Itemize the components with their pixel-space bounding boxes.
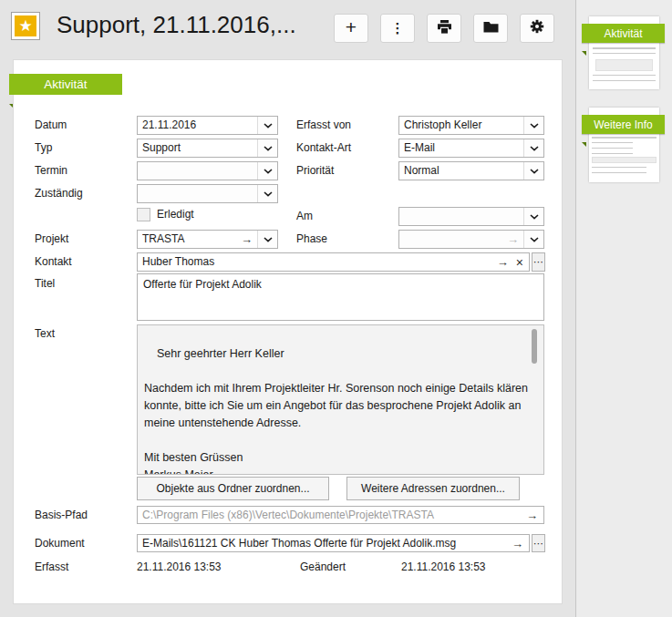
banner-fold [9,95,13,98]
chevron-down-icon[interactable] [523,117,543,134]
datum-label: Datum [35,116,67,135]
chevron-down-icon[interactable] [257,117,277,134]
dokument-value: E-Mails\161121 CK Huber Thomas Offerte f… [142,537,456,550]
navigate-arrow-icon[interactable]: → [241,233,253,245]
app-icon-box: ★ [11,12,40,40]
documents-button[interactable] [473,14,508,43]
basis-pfad-field[interactable]: C:\Program Files (x86)\Vertec\Dokumente\… [137,506,544,524]
navigate-arrow-icon[interactable]: → [512,538,523,550]
add-button[interactable]: + [334,14,368,43]
typ-label: Typ [35,139,52,158]
more-menu-button[interactable]: ⋮ [380,14,415,43]
text-label: Text [35,324,55,344]
zustaendig-combobox[interactable] [137,184,278,203]
navigate-arrow-icon[interactable]: → [526,509,538,521]
printer-icon [437,20,452,37]
chevron-down-icon[interactable] [257,185,277,202]
kebab-menu-icon: ⋮ [391,20,405,36]
thumbnail-content [592,137,656,139]
thumbnail-aktivitaet-banner[interactable]: Aktivität [582,24,665,43]
basis-pfad-label: Basis-Pfad [35,506,88,525]
window-title: Support, 21.11.2016,... [57,11,296,39]
termin-label: Termin [35,161,67,180]
chevron-down-icon[interactable] [523,208,543,225]
phase-combobox[interactable]: → [398,230,544,249]
prioritaet-value: Normal [404,162,522,180]
erfasst-von-combobox[interactable]: Christoph Keller [398,116,544,135]
objekte-zuordnen-label: Objekte aus Ordner zuordnen... [156,482,309,495]
adressen-zuordnen-label: Weitere Adressen zuordnen... [361,482,505,495]
kontakt-browse-button[interactable]: ⋯ [532,252,545,272]
chevron-down-icon[interactable] [523,231,543,248]
prioritaet-combobox[interactable]: Normal [398,161,544,180]
prioritaet-label: Priorität [296,161,334,180]
erfasst-label: Erfasst [35,560,68,573]
chevron-down-icon[interactable] [523,139,543,157]
dokument-label: Dokument [35,534,85,553]
banner-fold [582,134,586,150]
thumbnail-aktivitaet-label: Aktivität [604,27,642,40]
text-field[interactable]: Sehr geehrter Herr Keller Nachdem ich mi… [137,324,544,475]
tab-aktivitaet[interactable]: Aktivität [9,74,122,95]
gear-icon [530,19,544,37]
datum-value: 21.11.2016 [142,117,255,134]
banner-fold [582,43,586,59]
erledigt-label: Erledigt [157,205,194,224]
navigate-arrow-icon-disabled: → [507,233,519,245]
page-thumbnail-sidebar: Aktivität Weitere Info [575,0,672,617]
geaendert-label: Geändert [300,560,346,573]
dokument-field[interactable]: E-Mails\161121 CK Huber Thomas Offerte f… [137,534,530,552]
erfasst-von-value: Christoph Keller [404,117,522,134]
kontakt-field[interactable]: Huber Thomas → × [137,252,530,272]
am-combobox[interactable] [398,207,544,226]
chevron-down-icon[interactable] [257,139,277,157]
zustaendig-label: Zuständig [35,184,83,203]
kontakt-label: Kontakt [35,252,72,272]
folder-icon [483,20,499,36]
am-label: Am [296,207,313,226]
adressen-zuordnen-button[interactable]: Weitere Adressen zuordnen... [346,477,520,500]
erfasst-von-label: Erfasst von [296,116,351,135]
titel-label: Titel [35,274,55,293]
star-icon: ★ [15,15,36,36]
kontakt-art-combobox[interactable]: E-Mail [398,139,544,158]
titel-field[interactable]: Offerte für Projekt Adolik [137,273,544,321]
kontakt-art-value: E-Mail [404,139,522,157]
thumbnail-weitere-info-banner[interactable]: Weitere Info [582,115,665,134]
erledigt-checkbox[interactable] [137,208,150,221]
navigate-arrow-icon[interactable]: → [497,256,509,268]
phase-label: Phase [296,230,327,249]
geaendert-value: 21.11.2016 13:53 [401,560,486,573]
projekt-label: Projekt [35,230,68,249]
kontakt-art-label: Kontakt-Art [296,139,351,158]
basis-pfad-value: C:\Program Files (x86)\Vertec\Dokumente\… [142,509,434,521]
erfasst-value: 21.11.2016 13:53 [137,560,222,573]
titel-value: Offerte für Projekt Adolik [143,278,262,291]
vertec-activity-window: ★ Support, 21.11.2016,... + ⋮ [0,0,672,617]
projekt-value: TRASTA [142,231,255,248]
chevron-down-icon[interactable] [257,162,277,180]
clear-icon[interactable]: × [516,256,523,269]
chevron-down-icon[interactable] [257,231,277,248]
text-scrollbar[interactable] [532,329,537,364]
dokument-browse-button[interactable]: ⋯ [532,534,545,552]
print-button[interactable] [427,14,461,43]
thumbnail-content [593,47,656,57]
objekte-zuordnen-button[interactable]: Objekte aus Ordner zuordnen... [137,477,329,500]
text-value: Sehr geehrter Herr Keller Nachdem ich mi… [144,347,532,475]
typ-value: Support [142,139,255,157]
plus-icon: + [346,16,357,38]
thumbnail-content [592,142,633,155]
typ-combobox[interactable]: Support [137,139,278,158]
thumbnail-content [592,157,656,163]
datum-combobox[interactable]: 21.11.2016 [137,116,278,135]
kontakt-value: Huber Thomas [142,255,214,268]
ellipsis-icon: ⋯ [533,538,543,550]
termin-combobox[interactable] [137,161,278,180]
projekt-combobox[interactable]: TRASTA → [137,230,278,249]
chevron-down-icon[interactable] [523,162,543,180]
ellipsis-icon: ⋯ [533,256,543,268]
settings-button[interactable] [520,14,554,43]
thumbnail-content [593,75,656,86]
thumbnail-content [595,59,653,71]
